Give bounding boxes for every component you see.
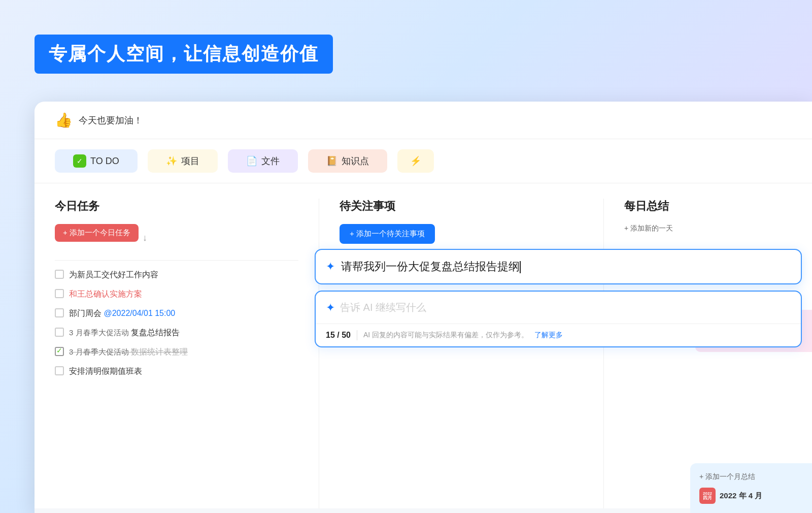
add-task-button[interactable]: + 添加一个今日任务 — [55, 224, 139, 242]
task-item: 3 月春季大促活动 数据统计表整理 — [55, 346, 298, 358]
task-item: 为新员工交代好工作内容 — [55, 269, 298, 281]
daily-summary-column: 每日总结 + 添加新的一天 — [624, 199, 792, 508]
calendar-icon: 2022 四月 — [699, 488, 716, 504]
monthly-date-label: 2022 年 4 月 — [720, 491, 762, 501]
task-checkbox-2[interactable] — [55, 289, 64, 298]
ai-secondary-placeholder: 告诉 AI 继续写什么 — [340, 301, 426, 314]
add-monthly-button[interactable]: + 添加一个月总结 — [699, 472, 803, 482]
col-divider-1 — [319, 199, 319, 508]
tab-project-label: 项目 — [181, 155, 199, 167]
tab-knowledge-label: 知识点 — [342, 155, 369, 167]
tab-project[interactable]: ✨ 项目 — [148, 149, 218, 173]
add-day-label: + 添加新的一天 — [624, 224, 673, 233]
add-monthly-label: + 添加一个月总结 — [699, 472, 755, 482]
ai-secondary-input[interactable]: ✦ 告诉 AI 继续写什么 — [316, 292, 801, 324]
add-task-label: + 添加一个今日任务 — [63, 228, 130, 238]
greeting-text: 今天也要加油！ — [79, 114, 143, 126]
ai-secondary-spark-icon: ✦ — [326, 301, 335, 314]
ai-cursor — [520, 261, 521, 273]
task-item: 和王总确认实施方案 — [55, 288, 298, 300]
tab-files[interactable]: 📄 文件 — [228, 149, 298, 173]
ai-learn-more-link[interactable]: 了解更多 — [534, 331, 563, 340]
task-text-5: 3 月春季大促活动 数据统计表整理 — [69, 346, 298, 358]
task-mention-3: @2022/04/01 15:00 — [104, 309, 175, 317]
hero-title: 专属个人空间，让信息创造价值 — [35, 35, 333, 74]
monthly-date-row: 2022 四月 2022 年 4 月 — [699, 488, 803, 504]
tab-more-icon: ⚡ — [410, 155, 421, 167]
ai-footer: 15 / 50 AI 回复的内容可能与实际结果有偏差，仅作为参考。 了解更多 — [316, 324, 801, 346]
ai-counter: 15 / 50 — [326, 331, 351, 340]
task-text-3: 部门周会 @2022/04/01 15:00 — [69, 307, 298, 319]
ai-input-overlay: ✦ 请帮我列一份大促复盘总结报告提纲 ✦ 告诉 AI 继续写什么 15 / 50… — [315, 249, 802, 347]
ai-input-value: 请帮我列一份大促复盘总结报告提纲 — [341, 260, 520, 273]
task-checkbox-3[interactable] — [55, 308, 64, 317]
greeting-emoji: 👍 — [55, 112, 73, 129]
task-checkbox-1[interactable] — [55, 270, 64, 279]
tab-knowledge[interactable]: 📔 知识点 — [308, 149, 387, 173]
sort-icon[interactable]: ↓ — [143, 233, 147, 243]
ai-input-text: 请帮我列一份大促复盘总结报告提纲 — [341, 259, 791, 274]
task-checkbox-5[interactable] — [55, 347, 64, 356]
greeting-bar: 👍 今天也要加油！ — [35, 102, 812, 139]
ai-main-input[interactable]: ✦ 请帮我列一份大促复盘总结报告提纲 — [315, 249, 802, 284]
task-tag-5: 3 月春季大促活动 — [69, 347, 129, 356]
tab-project-icon: ✨ — [166, 155, 177, 167]
tab-files-icon: 📄 — [246, 155, 257, 167]
ai-counter-current: 15 — [326, 331, 335, 339]
pending-title: 待关注事项 — [340, 199, 583, 214]
task-list: 为新员工交代好工作内容 和王总确认实施方案 部门周会 @2022/04/01 1… — [55, 260, 298, 377]
task-text-6: 安排清明假期值班表 — [69, 365, 298, 377]
task-checkbox-4[interactable] — [55, 328, 64, 337]
tab-todo[interactable]: ✓ TO DO — [55, 149, 138, 173]
task-text-4: 3 月春季大促活动 复盘总结报告 — [69, 327, 298, 339]
task-tag-4: 3 月春季大促活动 — [69, 328, 129, 337]
ai-footer-divider — [357, 330, 357, 340]
ai-secondary-box: ✦ 告诉 AI 继续写什么 15 / 50 AI 回复的内容可能与实际结果有偏差… — [315, 291, 802, 347]
task-item: 3 月春季大促活动 复盘总结报告 — [55, 327, 298, 339]
task-item: 安排清明假期值班表 — [55, 365, 298, 377]
todo-check-icon: ✓ — [73, 154, 86, 168]
daily-summary-title: 每日总结 — [624, 199, 792, 214]
task-item: 部门周会 @2022/04/01 15:00 — [55, 307, 298, 319]
add-day-button[interactable]: + 添加新的一天 — [624, 224, 792, 233]
today-tasks-title: 今日任务 — [55, 199, 298, 214]
tab-knowledge-icon: 📔 — [326, 155, 337, 167]
ai-warning-text: AI 回复的内容可能与实际结果有偏差，仅作为参考。 — [363, 331, 528, 340]
ai-spark-icon: ✦ — [326, 260, 335, 273]
tab-more[interactable]: ⚡ — [397, 149, 434, 173]
tab-todo-label: TO DO — [90, 156, 119, 167]
tab-row: ✓ TO DO ✨ 项目 📄 文件 📔 知识点 ⚡ — [35, 139, 812, 183]
col-divider-2 — [603, 199, 604, 508]
pending-column: 待关注事项 + 添加一个待关注事项 — [340, 199, 583, 508]
ai-counter-max: 50 — [342, 331, 351, 339]
tab-files-label: 文件 — [261, 155, 280, 167]
calendar-month-text: 四月 — [703, 496, 712, 500]
task-checkbox-6[interactable] — [55, 366, 64, 375]
task-text-2: 和王总确认实施方案 — [69, 288, 298, 300]
add-pending-label: + 添加一个待关注事项 — [350, 229, 425, 239]
task-text-1: 为新员工交代好工作内容 — [69, 269, 298, 281]
add-pending-button[interactable]: + 添加一个待关注事项 — [340, 224, 435, 244]
today-tasks-column: 今日任务 + 添加一个今日任务 ↓ 为新员工交代好工作内容 和王总确认实施方案 — [55, 199, 298, 508]
